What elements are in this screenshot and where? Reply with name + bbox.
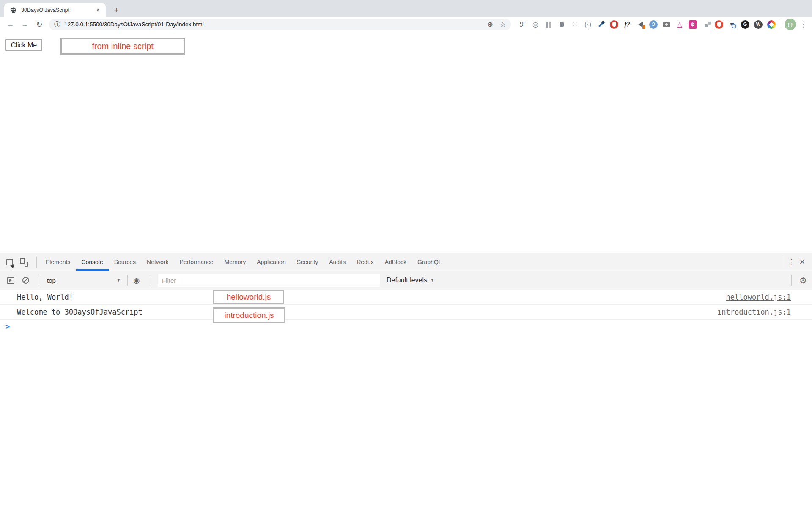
separator <box>36 257 37 268</box>
console-settings-gear-icon[interactable]: ⚙ <box>799 275 807 285</box>
back-icon[interactable]: ← <box>5 19 16 30</box>
browser-toolbar: ← → ↻ ⓘ 127.0.0.1:5500/30DaysOfJavaScrip… <box>0 17 812 32</box>
console-message-row: Hello, World! helloworld.js:1 <box>0 290 812 305</box>
camera-icon[interactable] <box>661 19 672 30</box>
reload-icon[interactable]: ↻ <box>34 19 45 30</box>
browser-tab[interactable]: 30DaysOfJavaScript × <box>4 3 106 17</box>
toolbar-separator <box>781 20 781 29</box>
g-circle-icon[interactable]: G <box>740 19 751 30</box>
browser-menu-icon[interactable]: ⋮ <box>799 20 808 29</box>
frame-context-value: top <box>47 277 56 284</box>
devtools-close-icon[interactable]: × <box>797 257 808 268</box>
gray-blocks-icon[interactable] <box>700 19 711 30</box>
chevron-down-icon: ▼ <box>431 278 434 282</box>
bookmark-star-icon[interactable]: ☆ <box>500 20 506 28</box>
devtools-panel: Elements Console Sources Network Perform… <box>0 253 812 508</box>
f-question-icon[interactable]: f? <box>622 19 633 30</box>
extensions-area: ℱ◎∷(·)f?Ɔ△⚙♥GW <box>517 19 779 30</box>
tab-adblock[interactable]: AdBlock <box>379 253 412 271</box>
molecule-icon[interactable]: ∷ <box>569 19 580 30</box>
console-source-link[interactable]: introduction.js:1 <box>717 308 791 316</box>
tab-sources[interactable]: Sources <box>109 253 141 271</box>
console-sidebar-icon[interactable] <box>5 275 16 286</box>
separator <box>791 275 792 286</box>
console-message-text: Welcome to 30DaysOfJavaScript <box>17 308 717 316</box>
tab-application[interactable]: Application <box>251 253 291 271</box>
tab-close-icon[interactable]: × <box>94 6 102 14</box>
separator <box>127 275 128 286</box>
log-levels-dropdown[interactable]: Default levels ▼ <box>387 276 434 284</box>
pink-gear-icon[interactable]: ⚙ <box>687 19 698 30</box>
tab-elements[interactable]: Elements <box>40 253 76 271</box>
tab-graphql[interactable]: GraphQL <box>412 253 447 271</box>
chevron-down-icon: ▼ <box>117 278 121 282</box>
new-tab-button[interactable]: + <box>111 5 122 16</box>
color-ring-icon[interactable] <box>766 19 777 30</box>
devtools-menu-icon[interactable]: ⋮ <box>786 257 797 267</box>
w-circle-icon[interactable]: W <box>753 19 764 30</box>
columns-icon[interactable] <box>543 19 554 30</box>
parens-icon[interactable]: (·) <box>582 19 593 30</box>
heart-magnifier-icon[interactable]: ♥ <box>727 19 738 30</box>
filter-input[interactable] <box>158 274 380 287</box>
red-app-icon[interactable] <box>713 19 724 30</box>
info-icon[interactable]: ⓘ <box>54 20 60 28</box>
console-prompt-row[interactable]: > <box>0 320 812 333</box>
tab-memory[interactable]: Memory <box>219 253 252 271</box>
click-me-button[interactable]: Click Me <box>5 39 42 51</box>
pink-triangle-icon[interactable]: △ <box>674 19 685 30</box>
console-prompt-chevron-icon: > <box>5 322 10 331</box>
tab-performance[interactable]: Performance <box>174 253 219 271</box>
console-message-text: Hello, World! <box>17 293 726 301</box>
live-expression-eye-icon[interactable]: ◉ <box>131 275 142 286</box>
inspect-element-icon[interactable] <box>4 257 15 268</box>
stop-hand-icon[interactable] <box>609 19 620 30</box>
separator <box>39 275 39 286</box>
console-source-link[interactable]: helloworld.js:1 <box>726 293 791 301</box>
zoom-icon[interactable]: ⊕ <box>487 20 493 28</box>
console-output: Hello, World! helloworld.js:1 Welcome to… <box>0 290 812 333</box>
globe-favicon <box>10 7 17 14</box>
eyedropper-icon[interactable] <box>595 19 606 30</box>
devtools-tabbar: Elements Console Sources Network Perform… <box>0 253 812 271</box>
forward-icon[interactable]: → <box>19 19 30 30</box>
page-content: Click Me from inline script <box>0 32 812 253</box>
tab-redux[interactable]: Redux <box>351 253 379 271</box>
url-bar[interactable]: ⓘ 127.0.0.1:5500/30DaysOfJavaScript/01-D… <box>49 19 511 30</box>
separator <box>782 257 782 268</box>
orbit-icon[interactable]: ◎ <box>530 19 541 30</box>
console-toolbar: top ▼ ◉ Default levels ▼ ⚙ <box>0 271 812 290</box>
frame-context-dropdown[interactable]: top ▼ <box>43 277 124 284</box>
annotation-introduction: introduction.js <box>213 307 285 323</box>
tab-strip: 30DaysOfJavaScript × + <box>0 0 812 17</box>
megaphone-icon[interactable] <box>635 19 646 30</box>
console-message-row: Welcome to 30DaysOfJavaScript introducti… <box>0 305 812 320</box>
f-script-icon[interactable]: ℱ <box>517 19 528 30</box>
inline-script-box: from inline script <box>60 38 185 55</box>
tab-title: 30DaysOfJavaScript <box>21 7 94 13</box>
clear-console-icon[interactable] <box>20 275 31 286</box>
separator <box>150 275 150 286</box>
device-toolbar-icon[interactable] <box>19 257 30 268</box>
bug-icon[interactable] <box>556 19 567 30</box>
tab-security[interactable]: Security <box>291 253 324 271</box>
tab-audits[interactable]: Audits <box>324 253 351 271</box>
profile-avatar[interactable]: { } <box>785 19 796 30</box>
log-levels-label: Default levels <box>387 276 427 284</box>
tab-network[interactable]: Network <box>141 253 174 271</box>
swirl-icon[interactable]: Ɔ <box>648 19 659 30</box>
url-text[interactable]: 127.0.0.1:5500/30DaysOfJavaScript/01-Day… <box>64 21 480 28</box>
annotation-helloworld: helloworld.js <box>213 290 284 304</box>
tab-console[interactable]: Console <box>76 253 108 271</box>
